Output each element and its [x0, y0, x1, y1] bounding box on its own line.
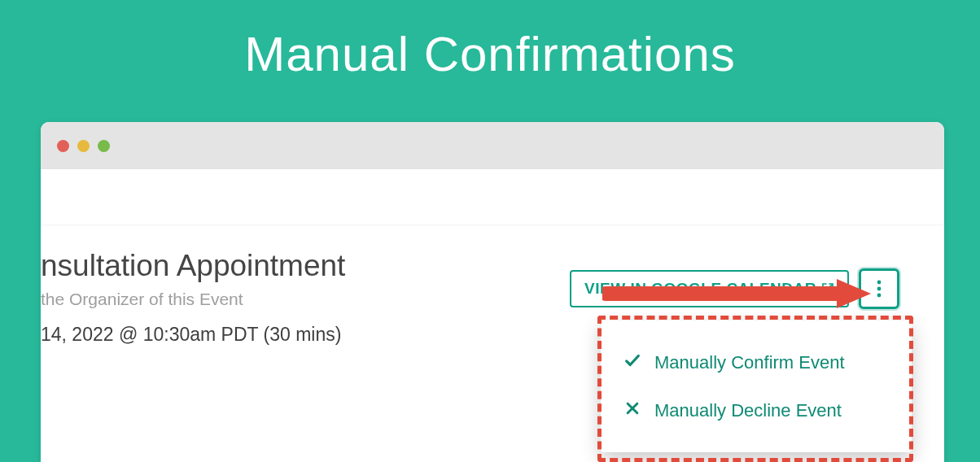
confirm-event-label: Manually Confirm Event [654, 352, 845, 373]
event-actions: VIEW IN GOOGLE CALENDAR [570, 268, 899, 309]
svg-point-2 [877, 294, 882, 298]
maximize-icon[interactable] [98, 140, 110, 152]
view-in-calendar-button[interactable]: VIEW IN GOOGLE CALENDAR [570, 270, 849, 307]
more-actions-button[interactable] [859, 268, 899, 309]
check-icon [623, 351, 641, 374]
confirm-event-item[interactable]: Manually Confirm Event [601, 338, 912, 387]
toolbar-strip [41, 169, 944, 224]
kebab-icon [877, 279, 882, 299]
page-title: Manual Confirmations [0, 0, 980, 82]
svg-point-0 [877, 281, 882, 285]
minimize-icon[interactable] [77, 140, 90, 152]
window-titlebar [41, 122, 944, 169]
view-in-calendar-label: VIEW IN GOOGLE CALENDAR [584, 280, 816, 298]
decline-event-item[interactable]: Manually Decline Event [601, 387, 912, 434]
external-link-icon [821, 282, 834, 295]
browser-window: nsultation Appointment the Organizer of … [41, 122, 944, 462]
more-actions-dropdown: Manually Confirm Event Manually Decline … [601, 320, 912, 452]
svg-point-1 [877, 287, 882, 291]
decline-event-label: Manually Decline Event [654, 400, 842, 421]
x-icon [623, 400, 641, 421]
close-icon[interactable] [57, 140, 69, 152]
